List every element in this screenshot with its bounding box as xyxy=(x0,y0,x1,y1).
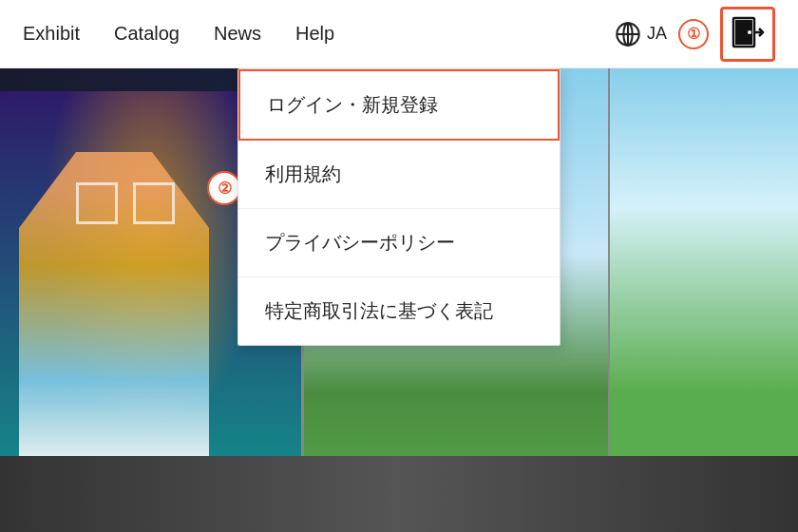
svg-point-6 xyxy=(748,30,751,34)
nav-exhibit[interactable]: Exhibit xyxy=(23,23,80,45)
header: Exhibit Catalog News Help JA ① xyxy=(0,0,798,68)
badge-2: ② xyxy=(207,171,241,205)
dropdown-item-privacy[interactable]: プライバシーポリシー xyxy=(238,209,560,277)
dropdown-item-legal[interactable]: 特定商取引法に基づく表記 xyxy=(238,277,560,345)
dropdown-item-login[interactable]: ログイン・新規登録 xyxy=(238,69,560,141)
door-button[interactable] xyxy=(720,7,775,62)
nav-help[interactable]: Help xyxy=(295,23,334,45)
dropdown-menu: ログイン・新規登録 利用規約 プライバシーポリシー 特定商取引法に基づく表記 xyxy=(238,68,560,346)
badge-1[interactable]: ① xyxy=(678,19,709,49)
globe-icon xyxy=(615,21,641,48)
dropdown-item-terms[interactable]: 利用規約 xyxy=(238,141,560,209)
door-icon xyxy=(730,14,766,54)
nav-news[interactable]: News xyxy=(214,23,261,45)
nav-catalog[interactable]: Catalog xyxy=(114,23,180,45)
language-label: JA xyxy=(647,24,667,44)
frame-decoration-1 xyxy=(76,182,118,224)
main-area: ② ログイン・新規登録 利用規約 プライバシーポリシー 特定商取引法に基づく表記 xyxy=(0,68,798,532)
header-right: JA ① xyxy=(615,7,775,62)
nav-items: Exhibit Catalog News Help xyxy=(23,23,615,45)
frame-decoration-2 xyxy=(133,182,175,224)
bottom-banner xyxy=(0,456,798,532)
language-selector[interactable]: JA xyxy=(615,21,667,48)
